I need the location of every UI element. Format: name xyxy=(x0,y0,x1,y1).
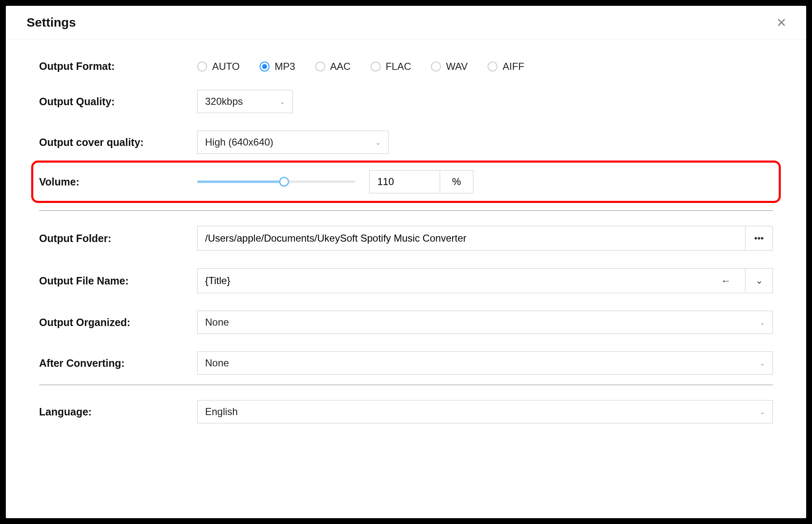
divider xyxy=(39,385,773,385)
close-button[interactable]: ✕ xyxy=(773,14,790,31)
titlebar: Settings ✕ xyxy=(6,6,806,40)
row-output-quality: Output Quality: 320kbps ⌄ xyxy=(39,90,773,113)
reset-icon[interactable]: ← xyxy=(721,275,731,287)
chevron-down-icon: ⌄ xyxy=(760,319,765,326)
volume-unit: % xyxy=(440,170,473,193)
radio-aiff[interactable]: AIFF xyxy=(488,61,524,72)
select-output-cover-quality[interactable]: High (640x640) ⌄ xyxy=(197,131,389,154)
radio-label: WAV xyxy=(446,61,468,72)
label-output-organized: Output Organized: xyxy=(39,316,197,329)
settings-content: Output Format: AUTO MP3 AAC FLAC xyxy=(6,40,806,440)
label-volume: Volume: xyxy=(39,176,197,188)
radio-label: AUTO xyxy=(212,61,240,72)
chevron-down-icon: ⌄ xyxy=(280,98,285,106)
radio-label: AAC xyxy=(330,61,351,72)
label-output-quality: Output Quality: xyxy=(39,96,197,108)
radio-circle-icon xyxy=(315,62,325,72)
label-language: Language: xyxy=(39,406,197,418)
row-output-organized: Output Organized: None ⌄ xyxy=(39,311,773,334)
radio-label: FLAC xyxy=(386,61,411,72)
label-output-format: Output Format: xyxy=(39,60,197,72)
row-output-folder: Output Folder: /Users/apple/Documents/Uk… xyxy=(39,226,773,251)
radio-mp3[interactable]: MP3 xyxy=(260,61,295,72)
select-output-quality[interactable]: 320kbps ⌄ xyxy=(197,90,293,113)
radio-circle-icon xyxy=(488,62,498,72)
file-name-dropdown-button[interactable]: ⌄ xyxy=(745,268,773,293)
select-value: English xyxy=(205,406,238,418)
close-icon: ✕ xyxy=(776,15,787,30)
divider xyxy=(39,210,773,211)
row-volume: Volume: % xyxy=(31,161,781,203)
select-value: None xyxy=(205,357,229,369)
chevron-down-icon: ⌄ xyxy=(760,359,765,367)
chevron-down-icon: ⌄ xyxy=(760,408,765,416)
slider-fill xyxy=(197,180,284,183)
volume-slider[interactable] xyxy=(197,180,355,183)
row-after-converting: After Converting: None ⌄ xyxy=(39,351,773,375)
more-icon: ••• xyxy=(754,233,764,244)
volume-input[interactable] xyxy=(369,170,440,193)
radio-flac[interactable]: FLAC xyxy=(371,61,411,72)
row-output-format: Output Format: AUTO MP3 AAC FLAC xyxy=(39,60,773,72)
label-output-cover-quality: Output cover quality: xyxy=(39,136,197,148)
output-folder-value: /Users/apple/Documents/UkeySoft Spotify … xyxy=(205,232,466,244)
browse-folder-button[interactable]: ••• xyxy=(745,226,773,251)
radio-auto[interactable]: AUTO xyxy=(197,61,240,72)
label-output-folder: Output Folder: xyxy=(39,232,197,245)
radio-group-output-format: AUTO MP3 AAC FLAC WAV xyxy=(197,61,773,72)
label-after-converting: After Converting: xyxy=(39,357,197,369)
radio-label: AIFF xyxy=(503,61,524,72)
select-value: None xyxy=(205,316,229,328)
output-file-name-value: {Title} xyxy=(205,275,230,287)
settings-window: Settings ✕ Output Format: AUTO MP3 AAC xyxy=(6,6,806,518)
row-output-file-name: Output File Name: {Title} ← ⌄ xyxy=(39,268,773,293)
output-file-name-input[interactable]: {Title} ← xyxy=(197,268,745,293)
radio-aac[interactable]: AAC xyxy=(315,61,351,72)
row-language: Language: English ⌄ xyxy=(39,400,773,423)
page-title: Settings xyxy=(27,15,76,30)
select-language[interactable]: English ⌄ xyxy=(197,400,773,423)
radio-circle-icon xyxy=(431,62,441,72)
output-folder-input[interactable]: /Users/apple/Documents/UkeySoft Spotify … xyxy=(197,226,745,251)
select-output-organized[interactable]: None ⌄ xyxy=(197,311,773,334)
label-output-file-name: Output File Name: xyxy=(39,275,197,287)
chevron-down-icon: ⌄ xyxy=(375,138,381,146)
radio-circle-icon xyxy=(260,62,270,72)
select-after-converting[interactable]: None ⌄ xyxy=(197,351,773,375)
radio-wav[interactable]: WAV xyxy=(431,61,468,72)
radio-circle-icon xyxy=(371,62,381,72)
radio-label: MP3 xyxy=(275,61,295,72)
radio-circle-icon xyxy=(197,62,207,72)
select-value: 320kbps xyxy=(205,96,243,107)
chevron-down-icon: ⌄ xyxy=(755,275,763,286)
slider-thumb-icon[interactable] xyxy=(279,177,289,187)
select-value: High (640x640) xyxy=(205,136,273,148)
row-output-cover-quality: Output cover quality: High (640x640) ⌄ xyxy=(39,131,773,154)
